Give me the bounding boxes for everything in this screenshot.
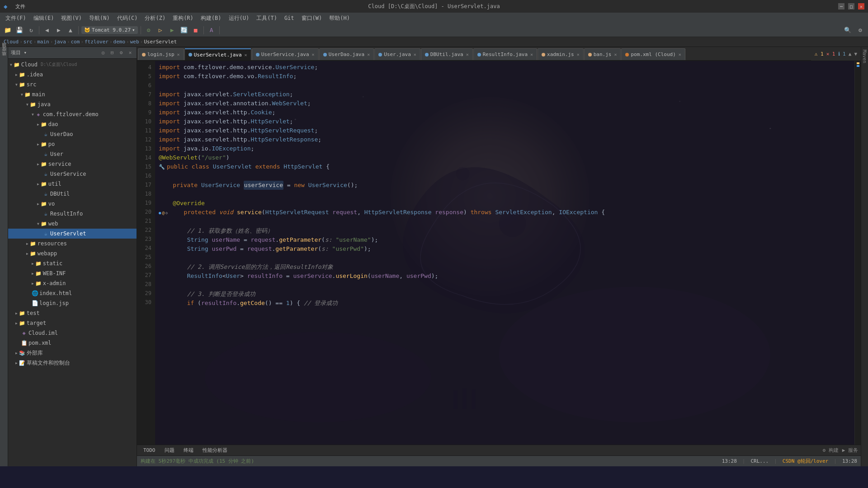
collapse-icon[interactable]: ⊟ [108, 49, 116, 56]
tab-dbutil[interactable]: DBUtil.java ✕ [421, 48, 473, 60]
bc-java[interactable]: java [54, 39, 66, 45]
bc-userservlet[interactable]: UserServlet [144, 39, 177, 45]
menu-view[interactable]: 视图(V) [58, 14, 85, 23]
code-line-15[interactable]: 🔧public class UserServlet extends HttpSe… [159, 162, 851, 172]
menu-analyze[interactable]: 分析(Z) [142, 14, 168, 23]
code-line-17[interactable]: private UserService userService = new Us… [159, 181, 851, 190]
bc-com[interactable]: com [71, 39, 80, 45]
locate-icon[interactable]: ◎ [99, 49, 107, 56]
menu-build[interactable]: 构建(B) [198, 14, 224, 23]
profiler-tab[interactable]: 性能分析器 [199, 446, 231, 455]
code-line-7[interactable]: import javax.servlet.ServletException; [159, 90, 851, 99]
tab-userservlet[interactable]: UserServlet.java ✕ [184, 48, 251, 60]
code-line-4[interactable]: import com.ftzlover.demo.service.UserSer… [159, 63, 851, 72]
tab-pom[interactable]: pom.xml (Cloud) ✕ [621, 48, 685, 60]
project-view-label[interactable]: 项目 [0, 49, 8, 52]
bc-ftzlover[interactable]: ftzlover [85, 39, 108, 45]
translate-button[interactable]: A [207, 25, 217, 35]
menu-code[interactable]: 代码(C) [114, 14, 141, 23]
settings-button[interactable]: ⚙ [855, 25, 865, 35]
tree-pom-xml[interactable]: 📋 pom.xml [8, 338, 137, 348]
tab-close-icon[interactable]: ✕ [312, 52, 315, 57]
open-button[interactable]: 📁 [3, 25, 13, 35]
nav-down-button[interactable]: ▼ [854, 51, 857, 57]
error-indicator[interactable]: ✕ 1 [826, 51, 835, 57]
reload-button[interactable]: 🔄 [179, 25, 189, 35]
run-button[interactable]: ▶ [167, 25, 177, 35]
code-line-20[interactable]: ● @ ◇ protected void service(HttpServlet… [159, 208, 851, 217]
todo-tab[interactable]: TODO [140, 446, 159, 454]
menu-file[interactable]: 文件 [13, 2, 28, 11]
code-line-5[interactable]: import com.ftzlover.demo.vo.ResultInfo; [159, 72, 851, 81]
problems-tab[interactable]: 问题 [161, 446, 178, 455]
tab-xadmin[interactable]: xadmin.js ✕ [538, 48, 584, 60]
code-line-23[interactable]: String userName = request.getParameter(s… [159, 235, 851, 244]
tree-main[interactable]: ▼ 📁 main [8, 89, 137, 99]
tab-userdao[interactable]: UserDao.java ✕ [319, 48, 374, 60]
code-line-21[interactable] [159, 217, 851, 226]
tree-web[interactable]: ▼ 📁 web [8, 219, 137, 229]
code-line-29[interactable]: // 3. 判断是否登录成功 [159, 290, 851, 299]
tree-root-cloud[interactable]: ▼ 📁 Cloud D:\C桌面\Cloud [8, 60, 137, 70]
tree-cloud-iml[interactable]: ◈ Cloud.iml [8, 328, 137, 338]
code-line-13[interactable]: import java.io.IOException; [159, 144, 851, 153]
close-panel-icon[interactable]: ✕ [127, 49, 134, 56]
bc-web[interactable]: web [130, 39, 139, 45]
menu-run[interactable]: 运行(U) [226, 14, 252, 23]
tree-resultinfo[interactable]: ☕ ResultInfo [8, 209, 137, 219]
code-line-6[interactable] [159, 81, 851, 90]
editor[interactable]: 4 5 6 7 8 9 10 11 12 13 14 15 16 17 18 1… [137, 61, 861, 445]
menu-nav[interactable]: 导航(N) [86, 14, 113, 23]
tab-close-icon[interactable]: ✕ [414, 52, 416, 57]
code-line-16[interactable] [159, 172, 851, 181]
sync-button[interactable]: ↻ [26, 25, 36, 35]
code-line-24[interactable]: String userPwd = request.getParameter(s:… [159, 244, 851, 253]
code-line-12[interactable]: import javax.servlet.http.HttpServletRes… [159, 135, 851, 144]
menu-refactor[interactable]: 重构(R) [170, 14, 196, 23]
tree-dbutil[interactable]: ☕ DBUtil [8, 189, 137, 199]
code-line-22[interactable]: // 1. 获取参数（姓名、密码） [159, 226, 851, 235]
tree-com-ftzlover-demo[interactable]: ▼ ◈ com.ftzlover.demo [8, 109, 137, 119]
tree-vo[interactable]: ▶ 📁 vo [8, 199, 137, 209]
tab-close-icon[interactable]: ✕ [177, 52, 180, 57]
code-line-9[interactable]: import javax.servlet.http.Cookie; [159, 108, 851, 117]
tree-java[interactable]: ▼ 📁 java [8, 99, 137, 109]
tab-userservice[interactable]: UserService.java ✕ [252, 48, 319, 60]
close-button[interactable]: ✕ [858, 3, 864, 9]
code-line-26[interactable]: // 2. 调用Service层的方法，返回ResultInfo对象 [159, 263, 851, 272]
tree-resources[interactable]: ▶ 📁 resources [8, 239, 137, 249]
tree-external-libs[interactable]: ▶ 📚 外部库 [8, 348, 137, 358]
tab-close-icon[interactable]: ✕ [614, 52, 617, 57]
tab-close-icon[interactable]: ✕ [367, 52, 370, 57]
tree-userdao[interactable]: ☕ UserDao [8, 129, 137, 139]
debug-button[interactable]: ▷ [156, 25, 165, 35]
menu-window[interactable]: 窗口(W) [299, 14, 325, 23]
warning-indicator[interactable]: ⚠ 1 [815, 51, 824, 57]
code-line-11[interactable]: import javax.servlet.http.HttpServletReq… [159, 126, 851, 135]
menu-help[interactable]: 帮助(H) [326, 14, 353, 23]
code-line-10[interactable]: import javax.servlet.http.HttpServlet; [159, 117, 851, 126]
draft-label[interactable]: 草稿 [0, 58, 8, 61]
bc-demo[interactable]: demo [113, 39, 126, 45]
tree-webapp[interactable]: ▶ 📁 webapp [8, 249, 137, 258]
bc-cloud[interactable]: Cloud [4, 39, 19, 45]
maximize-button[interactable]: □ [848, 3, 854, 9]
code-line-18[interactable] [159, 190, 851, 199]
right-margin[interactable] [854, 61, 861, 445]
back-button[interactable]: ◀ [42, 25, 52, 35]
menu-file[interactable]: 文件(F) [3, 14, 29, 23]
menu-tools[interactable]: 工具(T) [254, 14, 280, 23]
menu-git[interactable]: Git [282, 14, 297, 22]
editor-content[interactable]: 4 5 6 7 8 9 10 11 12 13 14 15 16 17 18 1… [137, 61, 861, 445]
search-button[interactable]: 🔍 [843, 25, 853, 35]
code-line-28[interactable] [159, 281, 851, 290]
tree-userservlet[interactable]: ☕ UserServlet [8, 229, 137, 239]
code-line-30[interactable]: if (resultInfo.getCode() == 1) { // 登录成功 [159, 299, 851, 308]
menu-edit[interactable]: 编辑(E) [31, 14, 57, 23]
tree-util[interactable]: ▶ 📁 util [8, 179, 137, 189]
tab-close-icon[interactable]: ✕ [530, 52, 533, 57]
code-line-8[interactable]: import javax.servlet.annotation.WebServl… [159, 99, 851, 108]
terminal-tab[interactable]: 终端 [180, 446, 197, 455]
tree-test[interactable]: ▶ 📁 test [8, 308, 137, 318]
tree-po[interactable]: ▶ 📁 po [8, 139, 137, 149]
